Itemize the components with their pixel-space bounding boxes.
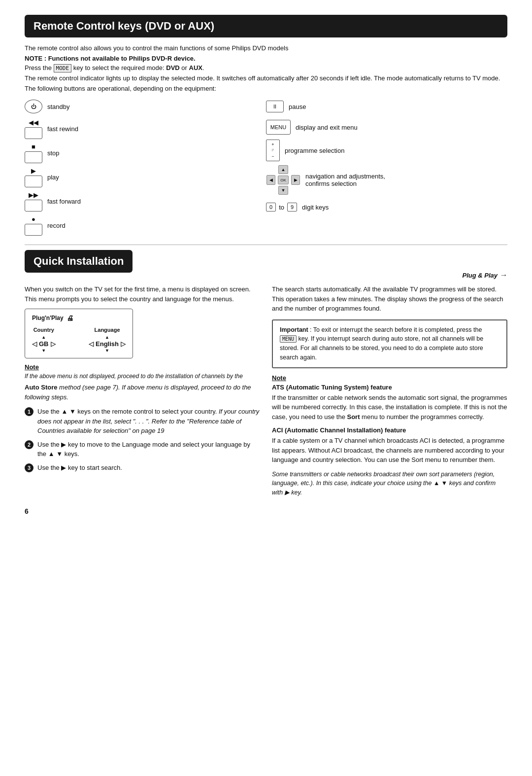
prog-sel-label: programme selection xyxy=(285,147,344,154)
fast-rewind-label: fast rewind xyxy=(47,125,78,133)
play-icon xyxy=(25,176,42,187)
digit-to-text: to xyxy=(279,204,284,211)
pnp-menu-header: Plug'n'Play 🖨 xyxy=(32,314,126,322)
language-ud-group: ▲ English ▼ xyxy=(96,335,119,353)
nav-row: ▲ ◀ OK ▶ ▼ navigation and adjustments,co… xyxy=(266,165,507,195)
pause-label: pause xyxy=(289,103,306,110)
menu-key-icon: MENU xyxy=(266,120,291,135)
pause-row: II pause xyxy=(266,98,507,115)
step-2-row: 2 Use the ▶ key to move to the Language … xyxy=(25,440,260,459)
nav-right-icon: ▶ xyxy=(291,175,300,185)
quick-installation-section: Quick Installation Plug & Play → When yo… xyxy=(25,250,507,515)
pnp-country-col: Country ◁ ▲ GB ▼ ▷ xyxy=(32,327,56,353)
quick-section-header: Quick Installation xyxy=(25,250,133,273)
menu-label: display and exit menu xyxy=(296,124,358,131)
country-col-value: ◁ ▲ GB ▼ ▷ xyxy=(32,335,56,353)
digit-row: 0 to 9 digit keys xyxy=(266,199,507,215)
pnp-menu-title: Plug'n'Play xyxy=(32,315,64,321)
step-1-row: 1 Use the ▲ ▼ keys on the remote control… xyxy=(25,407,260,436)
pause-icon: II xyxy=(266,101,284,112)
button-col-right: II pause MENU display and exit menu + P … xyxy=(266,98,507,236)
language-col-label: Language xyxy=(95,327,120,333)
country-col-label: Country xyxy=(33,327,54,333)
country-down-arrow: ▼ xyxy=(41,348,46,353)
fast-forward-icon xyxy=(25,200,42,212)
step-3-row: 3 Use the ▶ key to start search. xyxy=(25,463,260,473)
language-left-arrow: ◁ xyxy=(89,340,94,348)
pnp-menu-icon: 🖨 xyxy=(66,314,73,322)
record-icon xyxy=(25,224,42,236)
plus-minus-icon: + P − xyxy=(266,140,280,161)
digit-zero-icon: 0 xyxy=(266,203,276,212)
prog-sel-row: + P − programme selection xyxy=(266,140,507,161)
nav-left-icon: ◀ xyxy=(266,175,275,185)
plug-play-arrow-icon: → xyxy=(499,271,507,280)
digit-label: digit keys xyxy=(302,204,329,211)
remote-note-bold: NOTE : Functions not available to Philip… xyxy=(25,55,507,62)
button-grid: ⏻ standby ◀◀ fast rewind ■ stop xyxy=(25,98,507,236)
search-text: The search starts automatically. All the… xyxy=(272,284,507,314)
menu-key-inline: MENU xyxy=(280,335,297,343)
aci-title: ACI (Automatic Channel Installation) fea… xyxy=(272,426,507,434)
nav-label: navigation and adjustments,confirms sele… xyxy=(305,173,385,187)
remote-control-section: Remote Control keys (DVD or AUX) The rem… xyxy=(25,15,507,236)
country-right-arrow: ▷ xyxy=(51,340,56,348)
country-up-arrow: ▲ xyxy=(41,335,46,340)
pnp-menu: Plug'n'Play 🖨 Country ◁ ▲ GB ▼ xyxy=(25,309,133,358)
button-col-left: ⏻ standby ◀◀ fast rewind ■ stop xyxy=(25,98,266,236)
fast-forward-label: fast forward xyxy=(47,198,81,205)
aci-text: If a cable system or a TV channel which … xyxy=(272,436,507,465)
language-col-value: ◁ ▲ English ▼ ▷ xyxy=(89,335,126,353)
quick-right-col: The search starts automatically. All the… xyxy=(272,284,507,497)
stop-icon xyxy=(25,151,42,163)
language-value: English xyxy=(96,340,119,348)
ats-title: ATS (Automatic Tuning System) feature xyxy=(272,384,507,391)
quick-two-col: When you switch on the TV set for the fi… xyxy=(25,284,507,497)
nav-ok-icon: OK xyxy=(278,176,289,184)
step-1-text: Use the ▲ ▼ keys on the remote control t… xyxy=(37,407,260,436)
pnp-language-col: Language ◁ ▲ English ▼ ▷ xyxy=(89,327,126,353)
menu-row: MENU display and exit menu xyxy=(266,119,507,136)
ats-text: If the transmitter or cable network send… xyxy=(272,393,507,422)
country-value: GB xyxy=(39,340,49,348)
country-ud-group: ▲ GB ▼ xyxy=(39,335,49,353)
important-title: Important xyxy=(280,326,308,333)
record-row: ● record xyxy=(25,215,266,236)
stop-row: ■ stop xyxy=(25,143,266,163)
note-title-left: Note xyxy=(25,363,260,371)
digit-icons: 0 to 9 xyxy=(266,203,297,212)
quick-left-col: When you switch on the TV set for the fi… xyxy=(25,284,260,497)
standby-label: standby xyxy=(47,103,70,110)
digit-nine-icon: 9 xyxy=(287,203,297,212)
section-separator xyxy=(25,245,507,245)
step-3-text: Use the ▶ key to start search. xyxy=(37,463,122,473)
stop-label: stop xyxy=(47,149,60,157)
quick-section-title: Quick Installation xyxy=(33,255,124,267)
step-3-num: 3 xyxy=(25,463,33,472)
step-2-text: Use the ▶ key to move to the Language mo… xyxy=(37,440,260,459)
note-title-right: Note xyxy=(272,374,507,382)
play-label: play xyxy=(47,174,59,181)
standby-row: ⏻ standby xyxy=(25,98,266,115)
step-2-num: 2 xyxy=(25,440,33,449)
important-box: Important : To exit or interrupt the sea… xyxy=(272,319,507,368)
fast-rewind-icon xyxy=(25,127,42,139)
remote-section-header: Remote Control keys (DVD or AUX) xyxy=(25,15,507,37)
plug-play-label: Plug & Play → xyxy=(462,271,507,280)
remote-indicator-text: The remote control indicator lights up t… xyxy=(25,74,507,82)
country-left-arrow: ◁ xyxy=(32,340,37,348)
remote-section-title: Remote Control keys (DVD or AUX) xyxy=(33,20,214,32)
remote-mode-instruction: Press the MODE key to select the require… xyxy=(25,64,507,71)
pnp-menu-cols: Country ◁ ▲ GB ▼ ▷ Language xyxy=(32,327,126,353)
remote-following-text: The following buttons are operational, d… xyxy=(25,85,507,92)
standby-icon: ⏻ xyxy=(25,100,42,113)
quick-header-row: Quick Installation Plug & Play → xyxy=(25,250,507,280)
aci-italic: Some transmitters or cable networks broa… xyxy=(272,470,507,497)
language-up-arrow: ▲ xyxy=(105,335,109,340)
record-label: record xyxy=(47,222,66,229)
play-row: ▶ play xyxy=(25,167,266,187)
language-down-arrow: ▼ xyxy=(105,348,109,353)
page-number: 6 xyxy=(25,507,507,515)
nav-up-icon: ▲ xyxy=(278,165,288,174)
quick-intro: When you switch on the TV set for the fi… xyxy=(25,284,260,304)
